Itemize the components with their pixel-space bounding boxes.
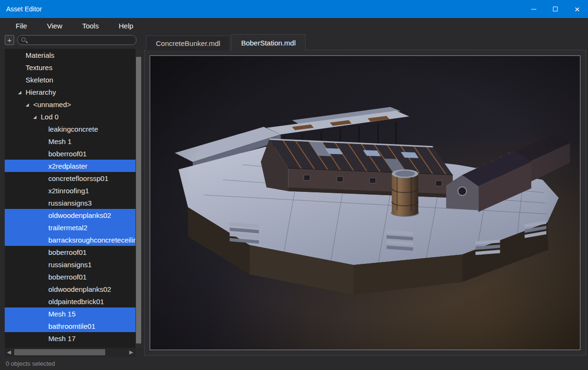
- tree-item-unnamed[interactable]: ◢<unnamed>: [5, 98, 136, 110]
- tree-item-lod-0[interactable]: ◢Lod 0: [5, 110, 136, 123]
- tree-item-oldpaintedbrick01[interactable]: oldpaintedbrick01: [5, 295, 136, 307]
- expander-expanded-icon[interactable]: ◢: [26, 101, 33, 107]
- tree-indent: [9, 153, 41, 154]
- tree-item-label: Skeleton: [26, 76, 53, 84]
- tree-item-mesh-15[interactable]: Mesh 15: [5, 307, 136, 320]
- expander-spacer: [41, 239, 48, 240]
- tree-item-label: Mesh 15: [48, 310, 76, 318]
- tree-item-hierarchy[interactable]: ◢Hierarchy: [5, 86, 136, 98]
- expander-spacer: [41, 227, 48, 228]
- expander-spacer: [41, 289, 48, 289]
- search-icon: [21, 37, 26, 42]
- expander-spacer: [41, 264, 48, 265]
- expander-expanded-icon[interactable]: ◢: [18, 89, 26, 95]
- tree-item-label: boberroof01: [48, 150, 87, 158]
- maximize-button[interactable]: [544, 0, 566, 18]
- minimize-button[interactable]: [523, 0, 544, 18]
- vertical-scrollbar-thumb[interactable]: [136, 57, 141, 343]
- tree-item-leakingconcrete[interactable]: leakingconcrete: [5, 123, 136, 135]
- tree-item-label: Mesh 17: [48, 334, 76, 343]
- tree-item-label: barracksroughconcreteceiling: [48, 236, 136, 244]
- tree-item-russiansigns1[interactable]: russiansigns1: [5, 258, 136, 271]
- tree-indent: [9, 252, 41, 253]
- expander-spacer: [41, 215, 48, 216]
- asset-tree-view: MaterialsTexturesSkeleton◢Hierarchy◢<unn…: [5, 49, 136, 348]
- horizontal-scrollbar-track[interactable]: [13, 349, 127, 355]
- tree-item-materials[interactable]: Materials: [5, 49, 136, 61]
- expander-spacer: [41, 190, 48, 191]
- tree-indent: [9, 301, 41, 302]
- tree-item-label: x2redplaster: [48, 162, 88, 170]
- window-controls: ×: [523, 0, 588, 18]
- menu-item-view[interactable]: View: [37, 18, 72, 34]
- tree-item-label: leakingconcrete: [48, 125, 98, 133]
- tree-item-barracksroughconcreteceiling[interactable]: barracksroughconcreteceiling: [5, 234, 136, 246]
- tree-indent: [9, 104, 26, 105]
- scroll-right-icon[interactable]: ▶: [127, 349, 136, 355]
- expander-expanded-icon[interactable]: ◢: [33, 114, 41, 119]
- tree-indent: [9, 117, 33, 117]
- tree-indent: [9, 80, 18, 80]
- tree-indent: [9, 141, 41, 142]
- minimize-icon: [531, 9, 536, 9]
- tree-indent: [9, 338, 41, 339]
- expander-spacer: [41, 165, 48, 166]
- tree-item-trailermetal2[interactable]: trailermetal2: [5, 221, 136, 234]
- expander-spacer: [18, 67, 26, 68]
- tree-item-mesh-1[interactable]: Mesh 1: [5, 135, 136, 147]
- menu-item-tools[interactable]: Tools: [72, 18, 109, 34]
- tree-item-boberroof01[interactable]: boberroof01: [5, 147, 136, 160]
- tree-item-label: oldwoodenplanks02: [48, 285, 111, 293]
- tree-item-label: russiansigns3: [48, 199, 92, 207]
- menu-item-help[interactable]: Help: [109, 18, 143, 34]
- window-title: Asset Editor: [0, 5, 42, 13]
- tree-indent: [9, 277, 41, 277]
- expander-spacer: [41, 252, 48, 253]
- tree-item-oldwoodenplanks02[interactable]: oldwoodenplanks02: [5, 283, 136, 295]
- tree-item-label: oldwoodenplanks02: [48, 211, 111, 219]
- add-button[interactable]: +: [5, 35, 14, 45]
- tree-item-label: oldpaintedbrick01: [48, 298, 104, 306]
- scroll-left-icon[interactable]: ◀: [5, 349, 13, 355]
- tree-item-boberroof01[interactable]: boberroof01: [5, 271, 136, 283]
- tree-indent: [9, 166, 41, 166]
- model-viewport[interactable]: [150, 55, 580, 350]
- tree-item-label: x2tinroofing1: [48, 187, 89, 195]
- tree-item-label: Materials: [26, 51, 54, 59]
- tree-horizontal-scrollbar[interactable]: ◀ ▶: [5, 348, 136, 357]
- tab-boberstation-mdl[interactable]: BoberStation.mdl: [231, 34, 306, 51]
- tree-item-boberroof01[interactable]: boberroof01: [5, 246, 136, 258]
- expander-spacer: [41, 313, 48, 314]
- tree-item-skeleton[interactable]: Skeleton: [5, 73, 136, 86]
- tree-item-label: Hierarchy: [26, 88, 56, 96]
- maximize-icon: [553, 7, 558, 11]
- bober-station-3d-model: [150, 56, 580, 350]
- tree-item-x2tinroofing1[interactable]: x2tinroofing1: [5, 184, 136, 197]
- tree-item-label: Textures: [26, 63, 53, 72]
- tree-item-concretefloorssp01[interactable]: concretefloorssp01: [5, 172, 136, 184]
- tree-item-x2redplaster[interactable]: x2redplaster: [5, 160, 136, 172]
- tree-indent: [9, 178, 41, 179]
- tab-concretebunker-mdl[interactable]: ConcreteBunker.mdl: [146, 36, 230, 50]
- title-bar: Asset Editor ×: [0, 0, 588, 18]
- tree-indent: [9, 203, 41, 203]
- tree-item-textures[interactable]: Textures: [5, 61, 136, 73]
- tree-item-label: <unnamed>: [33, 100, 71, 108]
- tree-item-oldwoodenplanks02[interactable]: oldwoodenplanks02: [5, 209, 136, 221]
- expander-spacer: [18, 79, 26, 80]
- menu-item-file[interactable]: File: [6, 18, 37, 34]
- document-tab-bar: ConcreteBunker.mdlBoberStation.mdl: [146, 34, 306, 50]
- tree-vertical-scrollbar[interactable]: [136, 49, 142, 348]
- tree-item-label: Mesh 1: [48, 137, 72, 145]
- tree-item-bathroomtile01[interactable]: bathroomtile01: [5, 320, 136, 332]
- tree-item-mesh-17[interactable]: Mesh 17: [5, 332, 136, 344]
- close-button[interactable]: ×: [566, 0, 588, 18]
- tree-item-label: concretefloorssp01: [48, 174, 109, 182]
- tree-indent: [9, 264, 41, 265]
- search-input[interactable]: [17, 35, 136, 45]
- horizontal-scrollbar-thumb[interactable]: [14, 349, 105, 355]
- tree-item-label: bathroomtile01: [48, 322, 95, 330]
- tree-item-russiansigns3[interactable]: russiansigns3: [5, 197, 136, 209]
- tree-indent: [9, 190, 41, 191]
- tree-indent: [9, 55, 18, 55]
